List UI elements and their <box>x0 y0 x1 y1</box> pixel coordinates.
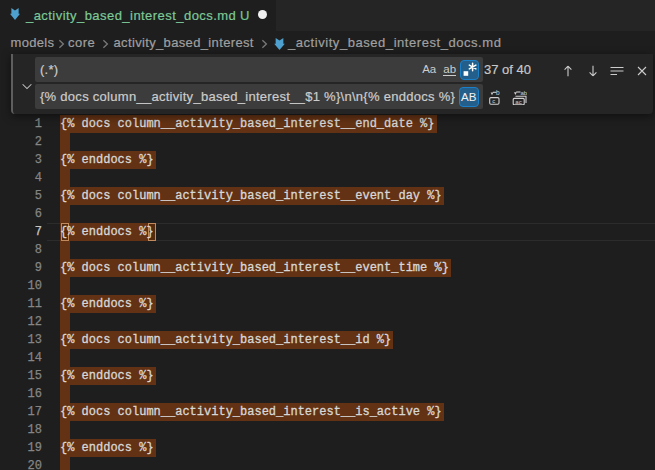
svg-text:c: c <box>492 98 495 104</box>
svg-text:ac: ac <box>515 99 521 105</box>
svg-text:ab: ab <box>520 90 527 96</box>
svg-text:b: b <box>496 89 500 96</box>
